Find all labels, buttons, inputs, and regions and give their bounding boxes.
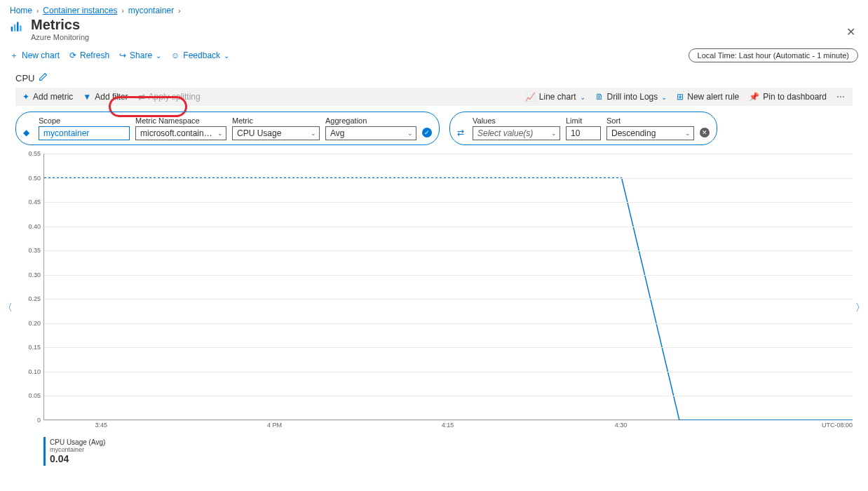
chevron-right-icon: › — [36, 7, 39, 15]
chart-type-label: Line chart — [539, 92, 576, 102]
chevron-down-icon: ⌄ — [580, 93, 585, 101]
chevron-down-icon: ⌄ — [156, 52, 161, 60]
new-alert-label: New alert rule — [687, 92, 739, 102]
scope-label: Scope — [39, 116, 130, 125]
legend-value: 0.04 — [50, 453, 105, 464]
legend-series-name: CPU Usage (Avg) — [50, 438, 105, 446]
scope-value: mycontainer — [43, 128, 89, 138]
timezone-label: UTC-08:00 — [822, 422, 853, 429]
feedback-button[interactable]: ☺ Feedback ⌄ — [171, 51, 229, 60]
edit-icon[interactable] — [39, 72, 48, 83]
add-metric-button[interactable]: ✦ Add metric — [22, 92, 73, 102]
y-axis: 00.050.100.150.200.250.300.350.400.450.5… — [15, 154, 43, 420]
legend-item[interactable]: CPU Usage (Avg) mycontainer 0.04 — [43, 437, 109, 466]
alert-icon: ⊞ — [677, 92, 684, 102]
grid-line — [44, 250, 853, 251]
x-tick-label: 4:30 — [615, 422, 628, 429]
pin-icon: 📌 — [749, 92, 759, 102]
x-tick-label: 4:15 — [442, 422, 454, 429]
chevron-down-icon: ⌄ — [551, 130, 557, 137]
grid-line — [44, 154, 853, 154]
scope-select[interactable]: mycontainer — [39, 126, 130, 140]
x-tick-label: 3:45 — [95, 422, 108, 429]
y-tick-label: 0 — [37, 417, 41, 424]
legend-scope-name: mycontainer — [50, 446, 105, 453]
values-value: Select value(s) — [477, 128, 533, 138]
metric-select[interactable]: CPU Usage ⌄ — [232, 126, 320, 140]
chevron-down-icon: ⌄ — [685, 130, 691, 137]
page-header: Metrics Azure Monitoring — [0, 17, 868, 46]
y-tick-label: 0.05 — [28, 392, 41, 399]
add-filter-label: Add filter — [95, 92, 128, 102]
pin-dashboard-label: Pin to dashboard — [763, 92, 827, 102]
drill-logs-label: Drill into Logs — [607, 92, 658, 102]
confirm-metric-button[interactable]: ✓ — [422, 128, 432, 137]
y-tick-label: 0.50 — [28, 175, 41, 182]
more-button[interactable]: ⋯ — [836, 92, 846, 102]
aggregation-select[interactable]: Avg ⌄ — [325, 126, 416, 140]
grid-line — [44, 420, 853, 421]
series-line — [44, 154, 853, 420]
apply-splitting-button[interactable]: ⇄ Apply splitting — [138, 92, 201, 102]
breadcrumb-container-instances[interactable]: Container instances — [43, 6, 117, 15]
prev-chart-button[interactable]: 〈 — [3, 302, 13, 314]
svg-rect-1 — [14, 25, 15, 32]
chevron-right-icon: › — [178, 7, 180, 15]
y-tick-label: 0.55 — [28, 150, 41, 157]
chevron-down-icon: ⌄ — [407, 130, 413, 137]
limit-label: Limit — [566, 116, 601, 125]
namespace-label: Metric Namespace — [135, 116, 226, 125]
x-tick-label: 4 PM — [267, 422, 282, 429]
y-tick-label: 0.40 — [28, 223, 41, 230]
chart-toolbar: ✦ Add metric ▼ Add filter ⇄ Apply splitt… — [15, 88, 853, 106]
chart-title-row: CPU — [0, 69, 868, 88]
breadcrumb-home[interactable]: Home — [10, 6, 32, 15]
namespace-select[interactable]: microsoft.containerinst... ⌄ — [135, 126, 226, 140]
metric-value: CPU Usage — [237, 128, 281, 138]
values-select[interactable]: Select value(s) ⌄ — [473, 126, 560, 140]
share-icon: ↪ — [119, 51, 126, 60]
metric-icon: ✦ — [22, 92, 29, 102]
y-tick-label: 0.20 — [28, 320, 41, 327]
refresh-button[interactable]: ⟳ Refresh — [69, 51, 109, 60]
close-icon[interactable]: ✕ — [846, 25, 855, 39]
chart-type-button[interactable]: 📈 Line chart ⌄ — [525, 92, 585, 102]
chevron-down-icon: ⌄ — [661, 93, 667, 101]
sort-label: Sort — [606, 116, 694, 125]
namespace-value: microsoft.containerinst... — [140, 128, 213, 138]
add-filter-button[interactable]: ▼ Add filter — [83, 92, 128, 102]
plus-icon: ＋ — [10, 50, 18, 62]
command-bar: ＋ New chart ⟳ Refresh ↪ Share ⌄ ☺ Feedba… — [0, 46, 868, 69]
breadcrumb-resource[interactable]: mycontainer — [128, 6, 174, 15]
limit-value: 10 — [571, 128, 580, 138]
chart-name: CPU — [15, 73, 34, 83]
next-chart-button[interactable]: 〉 — [855, 302, 865, 314]
remove-splitting-button[interactable]: ✕ — [700, 128, 710, 137]
grid-line — [44, 347, 853, 348]
new-chart-button[interactable]: ＋ New chart — [10, 50, 60, 62]
grid-line — [44, 396, 853, 396]
grid-line — [44, 202, 853, 203]
page-title: Metrics — [31, 17, 89, 33]
add-metric-label: Add metric — [33, 92, 73, 102]
limit-input[interactable]: 10 — [566, 126, 601, 140]
drill-logs-button[interactable]: 🗎 Drill into Logs ⌄ — [595, 92, 667, 102]
sort-select[interactable]: Descending ⌄ — [606, 126, 694, 140]
new-alert-button[interactable]: ⊞ New alert rule — [677, 92, 739, 102]
time-range-pill[interactable]: Local Time: Last hour (Automatic - 1 min… — [689, 48, 858, 62]
y-tick-label: 0.25 — [28, 295, 41, 302]
grid-line — [44, 275, 853, 276]
split-icon: ⇄ — [457, 128, 467, 137]
chart-plot[interactable] — [43, 154, 853, 420]
svg-rect-2 — [17, 22, 19, 31]
share-button[interactable]: ↪ Share ⌄ — [119, 51, 161, 60]
grid-line — [44, 299, 853, 300]
y-tick-label: 0.15 — [28, 344, 41, 351]
chevron-down-icon: ⌄ — [224, 52, 229, 60]
aggregation-value: Avg — [330, 128, 344, 138]
grid-line — [44, 178, 853, 179]
pin-dashboard-button[interactable]: 📌 Pin to dashboard — [749, 92, 827, 102]
grid-line — [44, 372, 853, 372]
refresh-label: Refresh — [80, 51, 109, 60]
metric-config-group: ◆ Scope mycontainer Metric Namespace mic… — [15, 112, 440, 145]
